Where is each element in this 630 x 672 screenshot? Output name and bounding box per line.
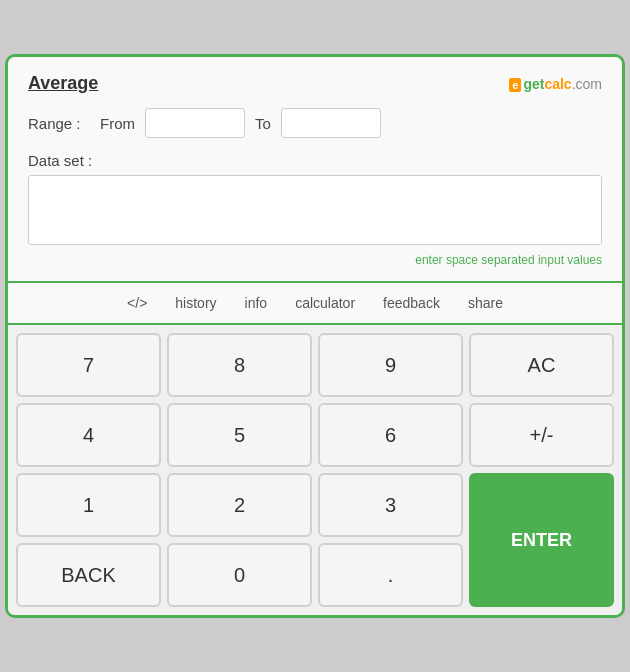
key-enter[interactable]: ENTER [469, 473, 614, 607]
dataset-textarea[interactable] [28, 175, 602, 245]
key-dot[interactable]: . [318, 543, 463, 607]
header-row: Average egetcalc.com [28, 73, 602, 94]
tab-history[interactable]: history [171, 293, 220, 313]
key-7[interactable]: 7 [16, 333, 161, 397]
key-3[interactable]: 3 [318, 473, 463, 537]
range-to-input[interactable] [281, 108, 381, 138]
brand-get: get [523, 76, 544, 92]
range-label: Range : [28, 115, 88, 132]
tab-share[interactable]: share [464, 293, 507, 313]
key-8[interactable]: 8 [167, 333, 312, 397]
key-back[interactable]: BACK [16, 543, 161, 607]
dataset-hint: enter space separated input values [28, 253, 602, 267]
key-2[interactable]: 2 [167, 473, 312, 537]
brand-suffix: .com [572, 76, 602, 92]
key-ac[interactable]: AC [469, 333, 614, 397]
keypad: 7 8 9 AC 4 5 6 +/- 1 2 3 ENTER BACK 0 . [8, 325, 622, 615]
brand-icon: e [509, 78, 521, 92]
brand-logo: egetcalc.com [509, 76, 602, 92]
calculator-container: Average egetcalc.com Range : From To Dat… [5, 54, 625, 618]
brand-calc: calc [544, 76, 571, 92]
key-5[interactable]: 5 [167, 403, 312, 467]
tab-calculator[interactable]: calculator [291, 293, 359, 313]
tab-feedback[interactable]: feedback [379, 293, 444, 313]
key-0[interactable]: 0 [167, 543, 312, 607]
range-to-label: To [255, 115, 271, 132]
key-6[interactable]: 6 [318, 403, 463, 467]
key-1[interactable]: 1 [16, 473, 161, 537]
tab-info[interactable]: info [241, 293, 272, 313]
key-9[interactable]: 9 [318, 333, 463, 397]
tab-bar: </> history info calculator feedback sha… [8, 283, 622, 325]
range-from-input[interactable] [145, 108, 245, 138]
tab-embed[interactable]: </> [123, 293, 151, 313]
range-group: From To [100, 108, 381, 138]
page-title: Average [28, 73, 98, 94]
key-4[interactable]: 4 [16, 403, 161, 467]
dataset-label: Data set : [28, 152, 602, 169]
range-row: Range : From To [28, 108, 602, 138]
range-from-label: From [100, 115, 135, 132]
top-section: Average egetcalc.com Range : From To Dat… [8, 57, 622, 283]
key-plusminus[interactable]: +/- [469, 403, 614, 467]
